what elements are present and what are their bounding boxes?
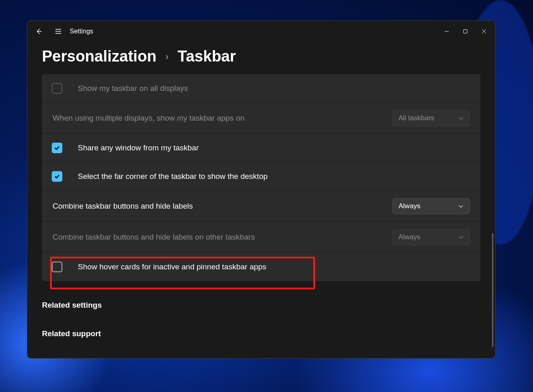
dropdown-value: Always: [399, 202, 454, 210]
checkbox-hover-cards[interactable]: [52, 262, 62, 272]
app-title: Settings: [70, 28, 93, 35]
row-share-window[interactable]: Share any window from my taskbar: [42, 134, 480, 162]
checkbox-share-window[interactable]: [52, 143, 62, 153]
row-show-all-displays: Show my taskbar on all displays: [42, 74, 480, 103]
maximize-button[interactable]: [456, 23, 475, 40]
label-share-window: Share any window from my taskbar: [78, 143, 470, 152]
label-multi-display-apps: When using multiple displays, show my ta…: [53, 114, 392, 123]
row-combine-other: Combine taskbar buttons and hide labels …: [42, 222, 480, 253]
settings-list: Show my taskbar on all displays When usi…: [42, 74, 480, 281]
chevron-down-icon: [458, 234, 464, 240]
dropdown-combine-primary[interactable]: Always: [392, 198, 470, 214]
close-button[interactable]: [475, 23, 493, 40]
heading-related-support: Related support: [42, 329, 480, 338]
minimize-button[interactable]: [437, 23, 456, 40]
titlebar: Settings: [27, 21, 495, 42]
checkbox-far-corner[interactable]: [52, 171, 62, 182]
label-far-corner: Select the far corner of the taskbar to …: [78, 172, 470, 181]
dropdown-value: All taskbars: [399, 114, 454, 122]
content-area: Show my taskbar on all displays When usi…: [27, 74, 495, 358]
dropdown-multi-display-apps: All taskbars: [392, 110, 470, 126]
chevron-right-icon: ›: [165, 51, 169, 62]
heading-related-settings: Related settings: [42, 301, 480, 310]
row-combine-primary: Combine taskbar buttons and hide labels …: [42, 191, 480, 222]
svg-rect-0: [464, 30, 467, 33]
chevron-down-icon: [458, 203, 464, 209]
chevron-down-icon: [458, 115, 464, 121]
breadcrumb-parent[interactable]: Personalization: [42, 48, 156, 65]
nav-menu-button[interactable]: [48, 22, 68, 41]
row-far-corner[interactable]: Select the far corner of the taskbar to …: [42, 162, 480, 191]
label-hover-cards: Show hover cards for inactive and pinned…: [78, 262, 470, 271]
dropdown-value: Always: [399, 233, 454, 241]
dropdown-combine-other: Always: [392, 229, 470, 245]
settings-window: Settings Personalization › Taskbar Show …: [27, 20, 496, 359]
label-combine-other: Combine taskbar buttons and hide labels …: [53, 233, 392, 242]
breadcrumb: Personalization › Taskbar: [27, 42, 495, 74]
row-hover-cards[interactable]: Show hover cards for inactive and pinned…: [42, 253, 480, 281]
row-multi-display-apps: When using multiple displays, show my ta…: [42, 103, 480, 134]
back-button[interactable]: [29, 22, 48, 41]
checkbox-show-all-displays: [52, 83, 62, 94]
label-combine-primary: Combine taskbar buttons and hide labels: [53, 202, 392, 211]
label-show-all-displays: Show my taskbar on all displays: [78, 84, 470, 93]
breadcrumb-current: Taskbar: [178, 48, 236, 65]
scrollbar[interactable]: [492, 233, 493, 347]
